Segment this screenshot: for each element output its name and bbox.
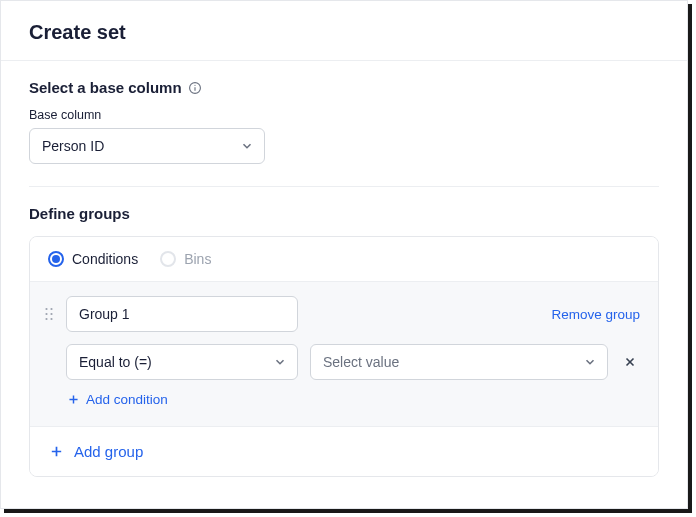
define-groups-title: Define groups	[29, 205, 659, 222]
plus-icon	[66, 393, 80, 407]
remove-condition-button[interactable]	[620, 352, 640, 372]
svg-point-5	[45, 313, 47, 315]
add-condition-label: Add condition	[86, 392, 168, 407]
modal-title: Create set	[29, 21, 659, 44]
operator-select[interactable]: Equal to (=)	[66, 344, 298, 380]
group-header-row: Remove group	[42, 296, 640, 332]
create-set-modal: Create set Select a base column Base col…	[0, 0, 688, 509]
radio-bins[interactable]: Bins	[160, 251, 211, 267]
info-icon[interactable]	[188, 81, 202, 95]
base-column-section-title: Select a base column	[29, 79, 659, 96]
group-editor: Remove group Equal to (=) Select value	[30, 281, 658, 426]
section-divider	[29, 186, 659, 187]
add-group-row: Add group	[30, 426, 658, 476]
remove-group-label: Remove group	[551, 307, 640, 322]
add-group-button[interactable]: Add group	[48, 443, 143, 460]
drag-handle-icon[interactable]	[42, 306, 56, 322]
base-column-section-label: Select a base column	[29, 79, 182, 96]
add-condition-button[interactable]: Add condition	[66, 392, 168, 407]
base-column-value: Person ID	[42, 138, 104, 154]
modal-header: Create set	[1, 1, 687, 61]
value-placeholder: Select value	[323, 354, 399, 370]
svg-point-6	[50, 313, 52, 315]
base-column-field-label: Base column	[29, 108, 659, 122]
base-column-select[interactable]: Person ID	[29, 128, 265, 164]
plus-icon	[48, 444, 64, 460]
chevron-down-icon	[240, 139, 254, 153]
group-type-tabs: Conditions Bins	[30, 237, 658, 281]
chevron-down-icon	[583, 355, 597, 369]
svg-point-3	[45, 308, 47, 310]
groups-panel: Conditions Bins	[29, 236, 659, 477]
radio-bins-label: Bins	[184, 251, 211, 267]
radio-dot-icon	[48, 251, 64, 267]
condition-row: Equal to (=) Select value	[66, 344, 640, 380]
svg-point-7	[45, 318, 47, 320]
radio-conditions-label: Conditions	[72, 251, 138, 267]
svg-point-4	[50, 308, 52, 310]
add-group-label: Add group	[74, 443, 143, 460]
svg-point-2	[194, 84, 195, 85]
svg-point-8	[50, 318, 52, 320]
radio-conditions[interactable]: Conditions	[48, 251, 138, 267]
group-name-input[interactable]	[66, 296, 298, 332]
modal-body: Select a base column Base column Person …	[1, 61, 687, 508]
add-condition-row: Add condition	[66, 392, 640, 410]
remove-group-button[interactable]: Remove group	[551, 307, 640, 322]
operator-value: Equal to (=)	[79, 354, 152, 370]
chevron-down-icon	[273, 355, 287, 369]
value-select[interactable]: Select value	[310, 344, 608, 380]
radio-dot-icon	[160, 251, 176, 267]
